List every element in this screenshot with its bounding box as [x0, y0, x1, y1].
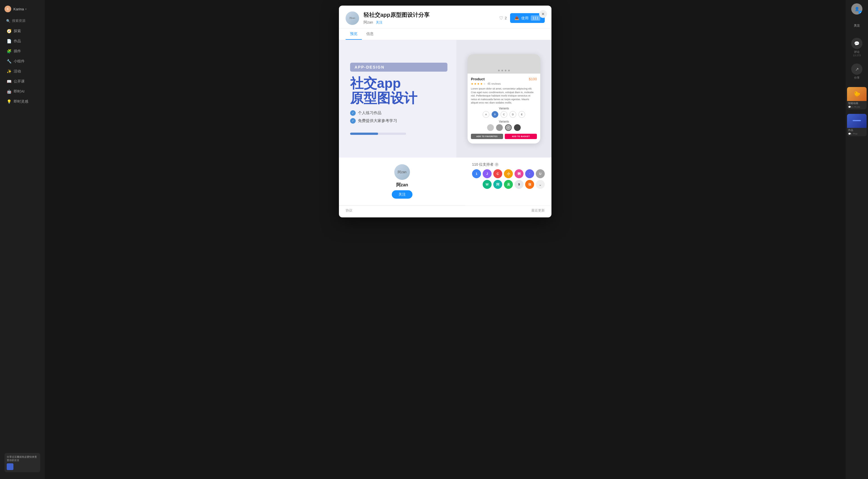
title-line2: 原型图设计	[350, 91, 417, 106]
supporter-12[interactable]: 张	[525, 180, 534, 189]
phone-dots	[498, 70, 510, 71]
color-swatch-4[interactable]	[514, 124, 521, 131]
comment-count: 13 273	[853, 54, 861, 57]
follow-action[interactable]: 关注	[854, 20, 860, 31]
sidebar-item-activity[interactable]: ✨ 活动	[2, 67, 42, 76]
tab-preview[interactable]: 预览	[346, 29, 362, 40]
supporter-6[interactable]: ·	[525, 169, 534, 178]
phone-top	[468, 54, 540, 73]
avatar: K	[4, 6, 11, 12]
variant-a[interactable]: A	[483, 111, 489, 118]
app-design-content: APP-DESIGN 社交app 原型图设计 ✓ 个人练习作品 ✓	[339, 40, 552, 157]
sidebar-item-label: 活动	[14, 69, 21, 74]
sidebar-item-label: 即时AI	[14, 89, 24, 94]
supporter-10[interactable]: 吴	[504, 180, 513, 189]
supporters-section: 110 位支持者 ? 1 J C 小 啊 · U W 阿	[465, 157, 552, 193]
supporter-8[interactable]: W	[483, 180, 492, 189]
sidebar-item-opencourse[interactable]: 📖 公开课	[2, 77, 42, 86]
search-label: 搜索资源	[12, 19, 26, 23]
star-4: ★	[480, 82, 483, 85]
like-button[interactable]: ♡ 2	[499, 16, 507, 21]
follow-icon: 关注	[854, 24, 860, 28]
author-follow-button[interactable]: 关注	[376, 21, 382, 24]
help-icon[interactable]: ?	[495, 162, 499, 167]
bottom-promo-card[interactable]: 分享过豆瓣就有必要快来查查你的豆豆	[4, 453, 40, 472]
right-user-avatar[interactable]: 👤 +	[851, 3, 862, 14]
sidebar: K Karina ▾ 🔍 搜索资源 🧭 探索 📄 作品 🧩 插件 🔧 小组件 ✨…	[0, 0, 45, 479]
main-area: ✕ 阿zan 轻社交app原型图设计分享 阿zan 关注	[45, 0, 846, 479]
check-label-2: 免费提供大家参考学习	[358, 118, 397, 123]
supporter-5[interactable]: 啊	[515, 169, 524, 178]
supporter-9[interactable]: 阿	[493, 180, 502, 189]
phone-dot-3	[505, 70, 506, 71]
sidebar-item-widgets[interactable]: 🔧 小组件	[2, 57, 42, 66]
follow-button-large[interactable]: 关注	[392, 190, 412, 199]
main-title: 社交app 原型图设计	[350, 76, 447, 106]
sidebar-item-instant-feel[interactable]: 💡 即时灵感	[2, 97, 42, 106]
color-swatch-3[interactable]: ✓	[505, 124, 512, 131]
color-swatch-2[interactable]	[496, 124, 503, 131]
tab-info[interactable]: 信息	[362, 29, 378, 40]
stars: ★ ★ ★ ★ ★ 46 reviews	[471, 82, 537, 85]
variant-d[interactable]: D	[509, 111, 516, 118]
title-line1: 社交app	[350, 76, 401, 91]
variant-e[interactable]: E	[519, 111, 525, 118]
supporters-grid: 1 J C 小 啊 · U W 阿 吴 9 张 ⌄	[472, 169, 545, 189]
product-price: $100	[529, 77, 537, 81]
close-button[interactable]: ✕	[539, 10, 547, 18]
comment-icon-circle: 💬	[851, 38, 862, 49]
modal-title: 轻社交app原型图设计分享	[364, 11, 499, 19]
agreement-label: 协议	[346, 208, 352, 213]
phone-mockup: Product $100 ★ ★ ★ ★ ★ 46 reviews	[468, 54, 540, 144]
add-to-favorites-button[interactable]: ADD TO FAVORITES	[471, 134, 503, 139]
sidebar-user[interactable]: K Karina ▾	[0, 3, 45, 14]
supporter-7[interactable]: U	[536, 169, 545, 178]
bottom-section: 阿zan 阿zan 关注 110 位支持者 ? 1 J C	[339, 157, 552, 206]
share-label: 分享	[854, 76, 860, 80]
supporter-11[interactable]: 9	[515, 180, 524, 189]
modal-header: 阿zan 轻社交app原型图设计分享 阿zan 关注 ♡ 2	[339, 6, 552, 29]
add-to-basket-button[interactable]: ADD TO BASKET	[505, 134, 537, 139]
use-count: 111	[531, 16, 540, 21]
supporter-4[interactable]: 小	[504, 169, 513, 178]
search-area[interactable]: 🔍 搜索资源	[0, 17, 45, 25]
more-supporters-button[interactable]: ⌄	[536, 180, 545, 189]
variants-label-1: Variants	[471, 107, 537, 110]
card-2-label: 作品	[847, 128, 867, 132]
supporter-1[interactable]: 1	[472, 169, 481, 178]
phone-dot-1	[498, 70, 500, 71]
use-label: 使用	[521, 16, 529, 21]
sidebar-item-plugins[interactable]: 🧩 插件	[2, 47, 42, 56]
explore-icon: 🧭	[7, 29, 11, 33]
right-card-2[interactable]: 作品 💬8 👁90	[845, 112, 868, 138]
check-item-1: ✓ 个人练习作品	[350, 110, 447, 116]
sidebar-item-works[interactable]: 📄 作品	[2, 36, 42, 46]
check-label-1: 个人练习作品	[358, 111, 381, 116]
author-section: 阿zan 阿zan 关注	[339, 157, 465, 206]
comment-action[interactable]: 💬 评论 13 273	[851, 38, 862, 57]
last-update-label: 最近更新	[531, 208, 545, 213]
supporter-2[interactable]: J	[483, 169, 492, 178]
modal-author-avatar: 阿zan	[346, 11, 359, 25]
promo-image	[7, 463, 13, 470]
sidebar-item-label: 即时灵感	[14, 99, 28, 104]
modal-footer: 协议 最近更新	[339, 206, 552, 217]
right-card-1[interactable]: 🐤 智能动画 💬21 👁150	[845, 85, 868, 111]
card-1-label: 智能动画	[847, 101, 867, 106]
card-ai-animation[interactable]: 🐤 智能动画 💬21 👁150	[847, 87, 867, 110]
sidebar-item-label: 插件	[14, 49, 21, 54]
sidebar-item-instant-ai[interactable]: 🤖 即时AI	[2, 87, 42, 96]
sidebar-item-label: 探索	[14, 29, 21, 34]
variants-row: A B C D E	[471, 111, 537, 118]
share-action[interactable]: ↗ 分享	[851, 63, 862, 80]
variants-label-2: Variants	[471, 120, 537, 123]
color-swatch-1[interactable]	[487, 124, 494, 131]
sidebar-item-explore[interactable]: 🧭 探索	[2, 26, 42, 36]
variant-b[interactable]: B	[492, 111, 498, 118]
variant-c[interactable]: C	[501, 111, 507, 118]
card-works[interactable]: 作品 💬8 👁90	[847, 114, 867, 136]
supporter-3[interactable]: C	[493, 169, 502, 178]
modal-overlay[interactable]: ✕ 阿zan 轻社交app原型图设计分享 阿zan 关注	[45, 0, 846, 479]
opencourse-icon: 📖	[7, 79, 11, 84]
right-panel: 👤 + 关注 💬 评论 13 273 ↗ 分享 🐤 智能动画 💬21 👁150	[846, 0, 868, 479]
